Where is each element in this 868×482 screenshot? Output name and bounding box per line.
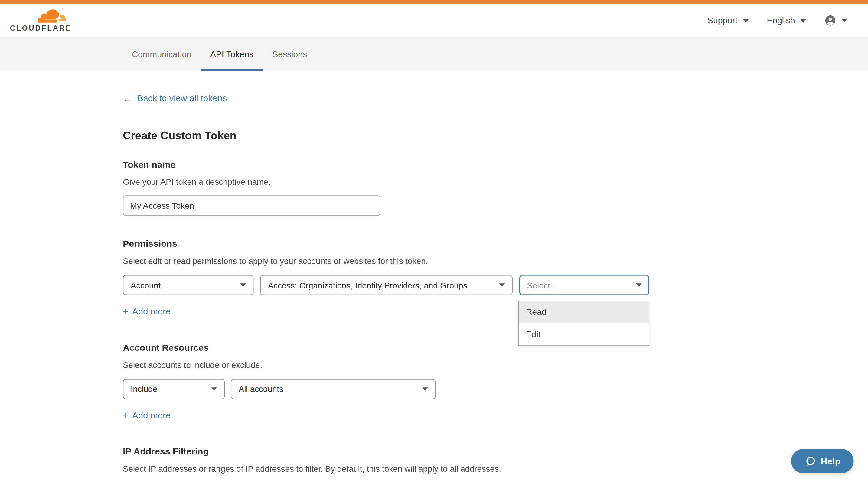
permissions-add-more-link[interactable]: + Add more	[123, 307, 170, 317]
account-resources-heading: Account Resources	[123, 342, 868, 353]
access-level-dropdown-menu: Read Edit	[518, 300, 649, 346]
plus-icon: +	[123, 411, 128, 420]
caret-down-icon	[211, 387, 217, 390]
header: CLOUDFLARE Support English	[0, 4, 868, 37]
account-resources-description: Select accounts to include or exclude.	[123, 360, 868, 369]
support-menu[interactable]: Support	[707, 15, 749, 25]
tab-communication[interactable]: Communication	[123, 37, 201, 71]
include-exclude-value: Include	[131, 384, 158, 393]
permission-scope-select[interactable]: Account	[123, 275, 253, 295]
user-avatar-icon	[824, 14, 836, 27]
permission-group-value: Access: Organizations, Identity Provider…	[268, 280, 467, 290]
caret-down-icon	[800, 19, 807, 22]
tab-bar: Communication API Tokens Sessions	[0, 37, 868, 71]
token-name-input[interactable]	[123, 195, 380, 216]
accounts-select[interactable]: All accounts	[231, 379, 435, 399]
caret-down-icon	[240, 283, 246, 287]
ip-filtering-description: Select IP addresses or ranges of IP addr…	[123, 464, 868, 473]
account-resources-add-more-link[interactable]: + Add more	[123, 410, 170, 420]
permission-scope-value: Account	[131, 280, 161, 290]
top-accent-bar	[0, 0, 868, 4]
chat-bubble-icon	[804, 455, 816, 467]
plus-icon: +	[123, 307, 128, 316]
add-more-label: Add more	[132, 307, 170, 317]
token-name-heading: Token name	[123, 159, 868, 170]
language-menu[interactable]: English	[767, 15, 807, 25]
tab-api-tokens[interactable]: API Tokens	[201, 37, 263, 71]
tab-sessions[interactable]: Sessions	[263, 37, 316, 71]
caret-down-icon	[636, 283, 642, 287]
caret-down-icon	[841, 19, 847, 22]
main-content: ← Back to view all tokens Create Custom …	[0, 71, 868, 482]
page-title: Create Custom Token	[123, 129, 868, 142]
support-menu-label: Support	[707, 15, 737, 25]
ip-filtering-heading: IP Address Filtering	[123, 446, 868, 457]
dropdown-option-edit[interactable]: Edit	[519, 323, 649, 345]
token-name-description: Give your API token a descriptive name.	[123, 177, 868, 187]
brand-wordmark: CLOUDFLARE	[10, 24, 72, 32]
back-link-label: Back to view all tokens	[137, 93, 227, 103]
language-menu-label: English	[767, 15, 795, 25]
access-level-placeholder: Select...	[527, 280, 557, 290]
back-arrow-icon: ←	[123, 93, 133, 103]
permissions-description: Select edit or read permissions to apply…	[123, 256, 868, 265]
permission-group-select[interactable]: Access: Organizations, Identity Provider…	[260, 275, 513, 295]
account-menu[interactable]	[824, 14, 847, 27]
help-button[interactable]: Help	[791, 449, 854, 473]
permissions-heading: Permissions	[123, 238, 868, 249]
add-more-label: Add more	[132, 410, 170, 420]
back-to-tokens-link[interactable]: ← Back to view all tokens	[123, 93, 227, 103]
caret-down-icon	[499, 283, 505, 287]
access-level-select[interactable]: Select...	[519, 275, 649, 295]
caret-down-icon	[743, 19, 749, 22]
cloudflare-cloud-icon	[37, 9, 72, 23]
help-button-label: Help	[821, 456, 840, 466]
cloudflare-logo: CLOUDFLARE	[10, 9, 72, 32]
include-exclude-select[interactable]: Include	[123, 379, 225, 399]
caret-down-icon	[423, 387, 428, 390]
dropdown-option-read[interactable]: Read	[519, 301, 649, 323]
accounts-select-value: All accounts	[239, 384, 283, 393]
